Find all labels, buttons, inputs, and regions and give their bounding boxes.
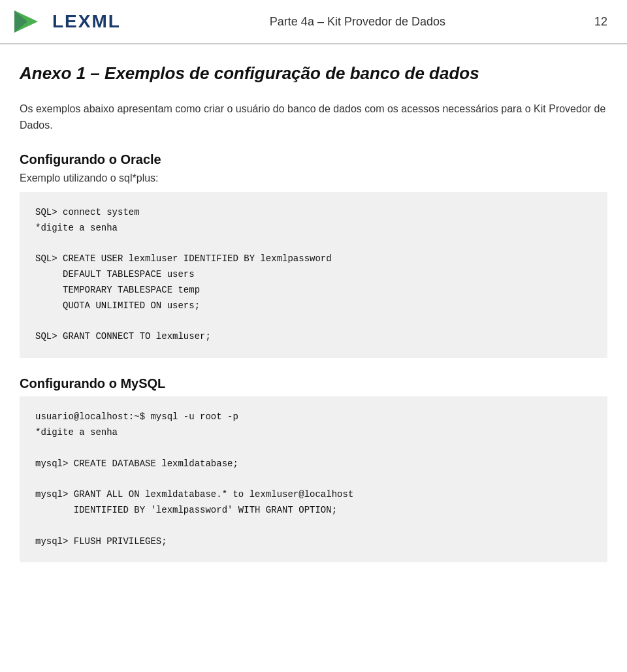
page-container: LEXML Parte 4a – Kit Provedor de Dados 1… [0, 0, 627, 672]
header: LEXML Parte 4a – Kit Provedor de Dados 1… [0, 0, 627, 44]
header-title: Parte 4a – Kit Provedor de Dados [270, 15, 445, 29]
mysql-section: Configurando o MySQL usuario@localhost:~… [20, 376, 607, 562]
oracle-code-block: SQL> connect system *digite a senha SQL>… [20, 192, 607, 358]
oracle-section-subtitle: Exemplo utilizando o sql*plus: [20, 172, 607, 184]
oracle-section-title: Configurando o Oracle [20, 152, 607, 167]
main-content: Anexo 1 – Exemplos de configuração de ba… [0, 63, 627, 600]
annex-title: Anexo 1 – Exemplos de configuração de ba… [20, 63, 607, 85]
logo-area: LEXML [13, 8, 121, 35]
lexml-logo-icon [13, 8, 47, 35]
intro-text: Os exemplos abaixo apresentam como criar… [20, 101, 607, 134]
mysql-code-block: usuario@localhost:~$ mysql -u root -p *d… [20, 396, 607, 562]
mysql-section-title: Configurando o MySQL [20, 376, 607, 391]
lexml-logo-text: LEXML [52, 11, 121, 32]
oracle-section: Configurando o Oracle Exemplo utilizando… [20, 152, 607, 358]
page-number: 12 [594, 15, 607, 29]
